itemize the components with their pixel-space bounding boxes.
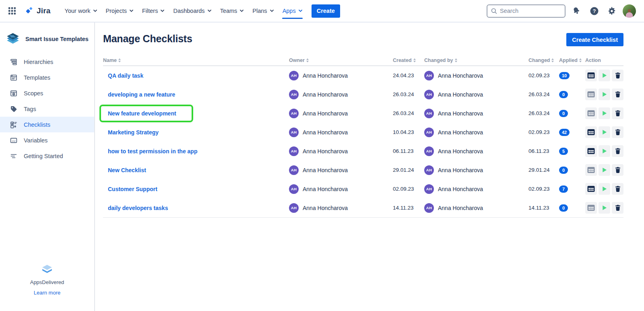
nav-menu-item[interactable]: Apps [278,4,307,17]
owner-cell: AH Anna Honcharova [289,71,393,80]
created-date: 26.03.24 [393,91,424,97]
delete-checklist-button[interactable] [612,70,623,81]
sidebar-item[interactable]: Getting Started [0,148,94,164]
highlight-box: developing a new feature [99,86,192,103]
search-input[interactable] [500,8,561,14]
nav-menu-item[interactable]: Plans [248,4,278,17]
run-checklist-button[interactable] [599,183,610,195]
checklists-icon [9,120,18,129]
search-box[interactable] [487,4,566,18]
delete-checklist-button[interactable] [612,107,623,119]
table-view-button[interactable] [585,183,597,195]
svg-text:(x): (x) [12,139,15,142]
table-row: how to test permission in the app AH Ann… [103,142,623,161]
checklist-name-link[interactable]: QA daily task [108,72,143,79]
highlight-box: how to test permission in the app [99,142,214,160]
create-button[interactable]: Create [312,4,340,18]
nav-menu-item[interactable]: Dashboards [169,4,215,17]
applied-count-badge: 7 [559,185,568,193]
table-view-button[interactable] [585,202,597,214]
delete-checklist-button[interactable] [612,164,623,176]
sidebar-item[interactable]: Checklists [0,117,94,132]
table-view-button[interactable] [585,164,597,176]
column-header[interactable]: Changed by [424,58,528,63]
column-header[interactable]: Applied [559,58,585,63]
run-checklist-button[interactable] [599,107,610,119]
sidebar-item[interactable]: Templates [0,70,94,85]
changed-date: 02.09.23 [528,129,559,135]
run-checklist-button[interactable] [599,202,610,214]
table-view-button[interactable] [585,126,597,138]
help-icon[interactable]: ? [587,4,601,18]
owner-cell: AH Anna Honcharova [289,109,393,118]
app-switcher-icon[interactable] [6,4,19,17]
nav-menu-item[interactable]: Your work [60,4,101,17]
created-date: 02.09.23 [393,186,424,192]
checklist-name-link[interactable]: New Checklist [108,167,146,173]
table-view-icon [587,185,595,192]
brand-name: AppsDelivered [30,279,64,285]
table-bottom-divider [103,217,623,218]
checklist-name-link[interactable]: Customer Support [108,186,157,192]
table-view-icon [587,91,595,98]
sidebar-item[interactable]: Tags [0,101,94,117]
table-row: developing a new feature AH Anna Honchar… [103,85,623,104]
hierarchies-icon [9,58,18,66]
chevron-down-icon [161,10,164,12]
delete-checklist-button[interactable] [612,202,623,214]
run-checklist-button[interactable] [599,89,610,100]
owner-avatar: AH [289,165,299,175]
run-play-icon [601,91,608,98]
user-avatar[interactable] [623,4,636,18]
nav-menu-item[interactable]: Filters [138,4,169,17]
delete-checklist-button[interactable] [612,89,623,100]
search-icon [491,8,497,14]
sidebar-item[interactable]: Scopes [0,85,94,101]
table-view-button[interactable] [585,89,597,100]
delete-trash-icon [615,148,621,154]
checklist-name-link[interactable]: how to test permission in the app [108,148,197,154]
sidebar-item[interactable]: (x) Variables [0,132,94,148]
checklist-name-link[interactable]: Marketing Strategy [108,129,159,136]
applied-count-badge: 42 [559,129,570,136]
table-view-button[interactable] [585,70,597,81]
column-header[interactable]: Created [393,58,424,63]
learn-more-link[interactable]: Learn more [34,290,60,296]
table-view-icon [587,129,595,136]
checklist-name-link[interactable]: New feature development [108,110,176,117]
delete-checklist-button[interactable] [612,145,623,157]
settings-gear-icon[interactable] [605,4,619,18]
delete-checklist-button[interactable] [612,183,623,195]
column-header[interactable]: Action [585,58,623,63]
nav-menu-item[interactable]: Teams [216,4,248,17]
owner-cell: AH Anna Honcharova [289,184,393,194]
checklist-name-link[interactable]: developing a new feature [108,91,175,98]
run-play-icon [601,204,608,211]
column-header[interactable]: Name [103,58,289,63]
run-checklist-button[interactable] [599,70,610,81]
owner-avatar: AH [289,146,299,156]
checklist-name-link[interactable]: daily developers tasks [108,205,168,211]
run-play-icon [601,185,608,192]
run-checklist-button[interactable] [599,145,610,157]
column-header[interactable]: Changed [528,58,559,63]
page-title: Manage Checklists [103,33,192,45]
column-header[interactable]: Owner [289,58,393,63]
run-checklist-button[interactable] [599,126,610,138]
notifications-bell-icon[interactable] [570,4,583,18]
jira-logo[interactable]: Jira [21,6,54,16]
create-checklist-button[interactable]: Create Checklist [566,33,623,46]
nav-menu-item[interactable]: Projects [101,4,138,17]
sidebar-item[interactable]: Hierarchies [0,54,94,70]
delete-checklist-button[interactable] [612,126,623,138]
delete-trash-icon [615,185,621,192]
changed-by-cell: AH Anna Honcharova [424,146,528,156]
owner-avatar: AH [289,184,299,194]
table-view-button[interactable] [585,107,597,119]
run-checklist-button[interactable] [599,164,610,176]
scopes-icon [9,89,18,98]
created-date: 26.03.24 [393,110,424,116]
chevron-down-icon [130,10,133,12]
sidebar-footer: AppsDelivered Learn more [0,264,94,296]
table-view-button[interactable] [585,145,597,157]
